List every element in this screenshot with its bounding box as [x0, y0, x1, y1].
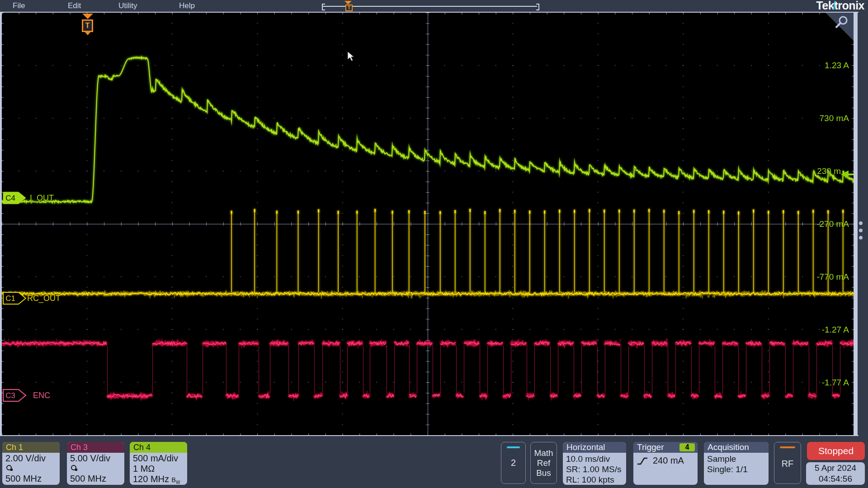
trigger-title: Trigger 4 [633, 442, 698, 453]
rising-edge-icon [637, 456, 648, 465]
ch4-header: Ch 4 [130, 442, 187, 453]
rf-accent-bar [780, 446, 795, 448]
record-view-right-bracket[interactable] [536, 4, 539, 10]
ch1-scale: 2.00 V/div [5, 453, 57, 464]
menu-bar: File Edit Utility Help Tek/tronix T [0, 0, 868, 12]
channel-badge-ch4[interactable]: Ch 4 500 mA/div 1 MΩ 120 MHz BW [130, 442, 187, 485]
ch3-bandwidth: 500 MHz [70, 474, 121, 484]
scroll-handle-dot[interactable] [859, 236, 863, 239]
trigger-panel[interactable]: Trigger 4 240 mA [633, 442, 698, 485]
date-label: 5 Apr 2024 [806, 463, 865, 474]
acquisition-count: Single: 1/1 [707, 464, 765, 474]
display-border-bottom [0, 435, 859, 436]
svg-text:C3: C3 [5, 391, 15, 400]
horizontal-title: Horizontal [563, 442, 626, 453]
svg-text:C1: C1 [5, 294, 15, 303]
channel-badge-ch1[interactable]: Ch 1 2.00 V/div 500 MHz [2, 442, 60, 485]
horizontal-panel[interactable]: Horizontal 10.0 ms/div SR: 1.00 MS/s RL:… [563, 442, 626, 485]
record-length: RL: 100 kpts [566, 474, 623, 485]
rf-button[interactable]: RF [774, 442, 801, 484]
channel-badge-ch3[interactable]: Ch 3 5.00 V/div 500 MHz [67, 442, 124, 485]
ch1-bandwidth: 500 MHz [5, 474, 57, 484]
ch4-bandwidth: 120 MHz BW [133, 474, 184, 485]
minimap-trigger-arrow-icon[interactable] [344, 1, 352, 5]
magnifier-icon[interactable] [834, 15, 849, 31]
acquisition-body: Sample Single: 1/1 [704, 453, 769, 475]
ch3-header: Ch 3 [67, 442, 124, 453]
trigger-flag-tail-icon [85, 32, 90, 35]
view-count: 2 [501, 458, 525, 468]
math-ref-bus-button[interactable]: Math Ref Bus [530, 442, 557, 484]
horizontal-scale: 10.0 ms/div [566, 454, 623, 464]
datetime-badge[interactable]: 5 Apr 2024 04:54:56 [806, 462, 865, 485]
rf-label: RF [774, 459, 801, 469]
bus-label: Bus [531, 468, 557, 478]
display-scrollbar-right[interactable] [854, 13, 858, 435]
ref-label: Ref [531, 458, 557, 468]
ch3-body: 5.00 V/div 500 MHz [67, 453, 124, 484]
ch1-header: Ch 1 [2, 442, 60, 453]
channel-flag-c1[interactable]: C1 [2, 291, 28, 307]
channel-flag-c3[interactable]: C3 [2, 389, 28, 404]
trigger-level-arrow-icon[interactable] [841, 170, 849, 178]
trigger-level: 240 mA [653, 455, 684, 466]
ch1-body: 2.00 V/div 500 MHz [2, 453, 60, 484]
record-view-scrollbar[interactable] [323, 6, 537, 7]
tektronix-logo: Tek/tronix [816, 0, 864, 12]
trigger-position-flag[interactable]: T [82, 14, 94, 35]
oscilloscope-screen: File Edit Utility Help Tek/tronix T T [0, 0, 868, 488]
trigger-source-badge: 4 [679, 443, 695, 451]
ch4-scale: 500 mA/div [133, 453, 184, 464]
ch4-body: 500 mA/div 1 MΩ 120 MHz BW [130, 453, 187, 485]
probe-icon [5, 464, 14, 472]
math-label: Math [531, 448, 557, 458]
probe-icon [70, 464, 79, 472]
waveform-view-button[interactable]: 2 [501, 442, 526, 484]
horizontal-body: 10.0 ms/div SR: 1.00 MS/s RL: 100 kpts [563, 453, 626, 485]
acquisition-title: Acquisition [704, 442, 769, 453]
scroll-handle-dot[interactable] [859, 229, 863, 232]
menu-edit[interactable]: Edit [68, 0, 81, 12]
ch4-impedance: 1 MΩ [133, 464, 184, 474]
record-view-left-bracket[interactable] [322, 4, 325, 10]
time-label: 04:54:56 [806, 474, 865, 484]
ch1-probe-row [5, 464, 57, 474]
acquisition-panel[interactable]: Acquisition Sample Single: 1/1 [704, 442, 769, 485]
acquisition-mode: Sample [707, 454, 765, 464]
menu-file[interactable]: File [13, 0, 25, 12]
waveform-display[interactable] [2, 13, 854, 435]
view-accent-bar [507, 446, 520, 448]
run-state-button[interactable]: Stopped [807, 442, 865, 460]
trigger-t-badge: T [82, 19, 93, 32]
ch3-probe-row [70, 464, 121, 474]
menu-help[interactable]: Help [179, 0, 195, 12]
trigger-arrow-icon [82, 14, 93, 19]
channel-flag-c4[interactable]: C4 [2, 191, 28, 206]
ch3-scale: 5.00 V/div [70, 453, 121, 464]
svg-text:C4: C4 [5, 194, 15, 202]
bw-limit-mark: BW [172, 476, 180, 483]
minimap-trigger-marker[interactable]: T [345, 5, 353, 11]
sample-rate: SR: 1.00 MS/s [566, 464, 623, 474]
scroll-handle-dot[interactable] [859, 221, 863, 225]
trigger-body: 240 mA [633, 453, 698, 467]
menu-utility[interactable]: Utility [118, 0, 137, 12]
